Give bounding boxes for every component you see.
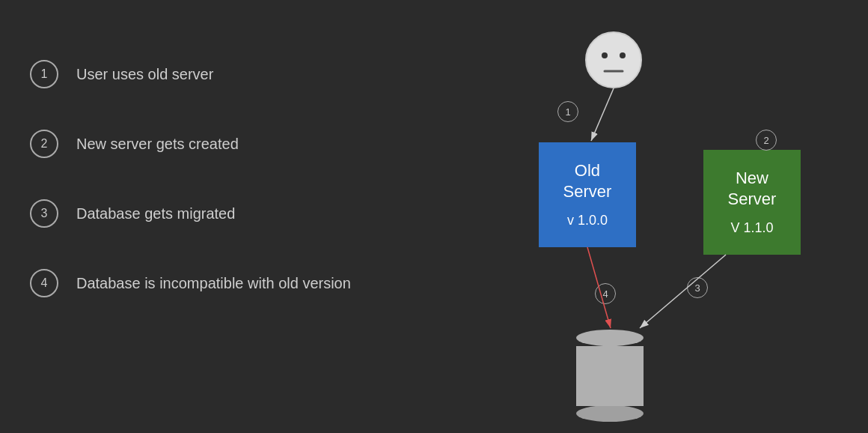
svg-point-0 [586, 32, 641, 88]
step-number-3: 3 [41, 207, 48, 220]
new-server-box: NewServer V 1.1.0 [703, 150, 801, 255]
old-server-title: OldServer [563, 160, 612, 203]
step-circle-1: 1 [30, 60, 58, 88]
step-number-1: 1 [41, 67, 48, 81]
old-server-version: v 1.0.0 [567, 212, 608, 229]
step-label-4: Database is incompatible with old versio… [76, 275, 351, 292]
new-server-version: V 1.1.0 [730, 219, 773, 237]
arrow-user-to-old-server [591, 88, 614, 141]
old-server-box: OldServer v 1.0.0 [539, 142, 636, 247]
step-number-2: 2 [41, 137, 48, 151]
step-circle-2: 2 [30, 130, 58, 158]
step-number-4: 4 [41, 276, 48, 290]
diagram: OldServer v 1.0.0 NewServer V 1.1.0 1 2 … [434, 22, 853, 412]
db-top [576, 330, 644, 346]
step-circle-4: 4 [30, 269, 58, 297]
step-label-2: New server gets created [76, 136, 239, 153]
new-server-title: NewServer [728, 168, 777, 211]
step-circle-3: 3 [30, 199, 58, 228]
badge-2: 2 [756, 130, 777, 151]
svg-point-1 [602, 52, 608, 58]
db-body [576, 346, 644, 406]
step-item-2: 2 New server gets created [30, 130, 351, 158]
badge-1: 1 [557, 101, 578, 122]
step-label-1: User uses old server [76, 66, 213, 83]
step-item-1: 1 User uses old server [30, 60, 351, 88]
db-bottom [576, 405, 644, 422]
arrow-new-server-to-db [640, 255, 726, 328]
badge-3: 3 [687, 277, 708, 298]
step-item-3: 3 Database gets migrated [30, 199, 351, 228]
svg-point-2 [620, 52, 626, 58]
database-icon [576, 330, 644, 422]
badge-4: 4 [595, 283, 616, 304]
step-label-3: Database gets migrated [76, 205, 235, 222]
steps-panel: 1 User uses old server 2 New server gets… [30, 60, 351, 297]
user-icon [584, 30, 644, 90]
step-item-4: 4 Database is incompatible with old vers… [30, 269, 351, 297]
